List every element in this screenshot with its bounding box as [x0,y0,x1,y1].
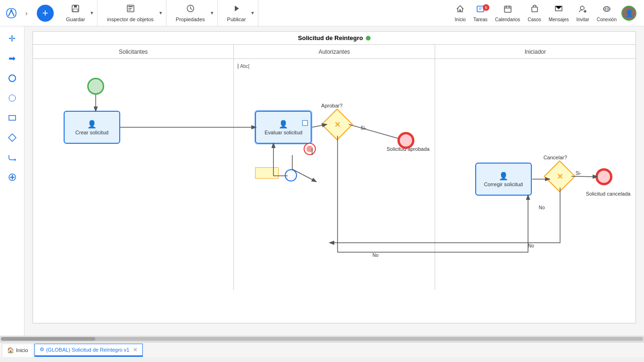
connection-icon [602,4,611,16]
task-evaluar-user-icon: 👤 [279,120,288,129]
nav-forward-btn[interactable]: › [21,8,32,19]
svg-marker-9 [235,6,239,11]
scrollbar-thumb[interactable] [1,337,95,341]
tab-close-button[interactable]: ✕ [133,346,138,353]
lanes-content: 👤 Crear solicitud Abc[ 👤 Evaluar solicit… [33,59,636,290]
svg-rect-6 [128,8,132,9]
svg-marker-21 [15,158,16,161]
calendars-icon [503,4,512,16]
horizontal-scrollbar[interactable] [0,336,644,342]
lane-header-solicitantes: Solicitantes [33,45,234,58]
publish-dropdown[interactable]: ▾ [251,10,254,16]
save-group: Guardar ▾ [58,0,98,26]
properties-button[interactable]: Propiedades [172,2,209,24]
task-crear-label: Crear solicitud [75,130,108,135]
task-corregir-user-icon: 👤 [499,172,508,181]
home-nav-button[interactable]: Inicio [452,3,469,23]
save-label: Guardar [66,16,85,22]
properties-dropdown[interactable]: ▾ [211,10,214,16]
svg-point-18 [9,95,16,101]
publish-button[interactable]: Publicar [223,2,250,24]
task-evaluar-solicitud[interactable]: 👤 Evaluar solicitud [255,111,312,144]
tab-process-label: (GLOBAL) Solicitud de Reintegro v1 [46,347,130,353]
logo-icon[interactable] [4,6,19,21]
gateway-aprobar[interactable]: ✕ [321,108,353,140]
tool-diamond[interactable] [4,129,21,146]
tool-add[interactable] [4,169,21,186]
tab-process-icon: ⚙ [40,346,44,353]
tool-circle-large[interactable] [4,90,21,107]
properties-icon [186,4,195,16]
add-button[interactable]: + [37,5,54,22]
messages-icon [554,4,563,16]
home-nav-label: Inicio [455,17,466,22]
cases-icon [530,4,539,16]
tool-rectangle[interactable] [4,109,21,126]
tab-process[interactable]: ⚙ (GLOBAL) Solicitud de Reintegro v1 ✕ [34,344,143,357]
toolbar: › + Guardar ▾ inspector de objetos ▾ [0,0,644,26]
task-crear-solicitud[interactable]: 👤 Crear solicitud [64,111,120,144]
tool-select[interactable]: ➡ [4,50,21,67]
svg-rect-12 [532,7,537,12]
cases-nav-button[interactable]: Casos [525,3,544,23]
messages-nav-button[interactable]: Mensajes [546,3,572,23]
cases-nav-label: Casos [528,17,541,22]
gateway-aprobar-label: Aprobar? [321,103,342,108]
inspector-dropdown[interactable]: ▾ [159,10,162,16]
task-corregir-solicitud[interactable]: 👤 Corregir solicitud [475,163,532,196]
svg-marker-20 [8,134,16,141]
tasks-nav-wrap: Tareas 6 [471,3,490,23]
tool-circle-small[interactable] [4,70,21,87]
invite-nav-label: Invitar [577,17,589,22]
start-event[interactable] [87,78,104,95]
process-title: Solicitud de Reintegro [298,34,363,41]
tasks-nav-label: Tareas [473,17,487,22]
svg-rect-7 [128,10,131,11]
invite-icon [578,4,587,16]
lane-autorizantes: Abc[ 👤 Evaluar solicitud [234,59,435,290]
scrollbar-track [1,337,643,341]
annotation-abc: Abc[ [238,64,249,69]
connection-nav-button[interactable]: Conexión [594,3,619,23]
inspector-icon [126,4,135,16]
tab-home[interactable]: 🏠 Inicio [2,344,33,357]
publish-group: Publicar ▾ [220,0,259,26]
calendars-nav-label: Calendarios [495,17,520,22]
end-event-approved[interactable] [397,132,414,149]
home-icon [455,4,465,16]
calendars-nav-button[interactable]: Calendarios [492,3,523,23]
gateway-cancelar-wrap: ✕ Cancelar? [548,165,571,188]
tab-home-label: Inicio [16,347,28,353]
gateway-cancelar[interactable]: ✕ [544,160,576,192]
annotation-yellow [255,167,279,179]
svg-rect-5 [128,6,133,7]
task-marker [302,120,308,126]
main-content: ✛ ➡ Solicitud de Reintegro [0,26,644,336]
intermediate-blue-event[interactable] [285,169,297,181]
task-evaluar-label: Evaluar solicitud [264,130,302,135]
publish-icon [231,4,241,16]
lane-header-autorizantes: Autorizantes [234,45,435,58]
conn-label-si2: Si- [576,171,581,176]
save-button[interactable]: Guardar [62,2,89,24]
inspector-group: inspector de objetos ▾ [99,0,166,26]
invite-nav-button[interactable]: Invitar [574,3,592,23]
task-corregir-label: Corregir solicitud [484,181,523,187]
tab-bar: 🏠 Inicio ⚙ (GLOBAL) Solicitud de Reinteg… [0,342,644,357]
user-avatar[interactable]: 👤 [621,6,636,21]
process-canvas: Solicitud de Reintegro Solicitantes Auto… [33,31,636,323]
publish-label: Publicar [227,16,246,22]
save-dropdown[interactable]: ▾ [91,10,93,16]
end-event-cancelled[interactable] [595,168,612,185]
canvas-area[interactable]: Solicitud de Reintegro Solicitantes Auto… [25,26,644,336]
svg-rect-11 [504,6,511,12]
gateway-aprobar-wrap: ✕ Aprobar? [326,113,348,136]
properties-group: Propiedades ▾ [168,0,218,26]
tool-connector[interactable] [4,149,21,166]
inspector-button[interactable]: inspector de objetos [103,2,157,24]
intermediate-red-event[interactable] [304,143,316,155]
inspector-label: inspector de objetos [107,16,153,22]
lanes-header: Solicitantes Autorizantes Iniciador [33,45,636,59]
tool-move[interactable]: ✛ [4,30,21,47]
lane-iniciador: 👤 Corregir solicitud ✕ Cancelar? Solicit… [435,59,636,290]
